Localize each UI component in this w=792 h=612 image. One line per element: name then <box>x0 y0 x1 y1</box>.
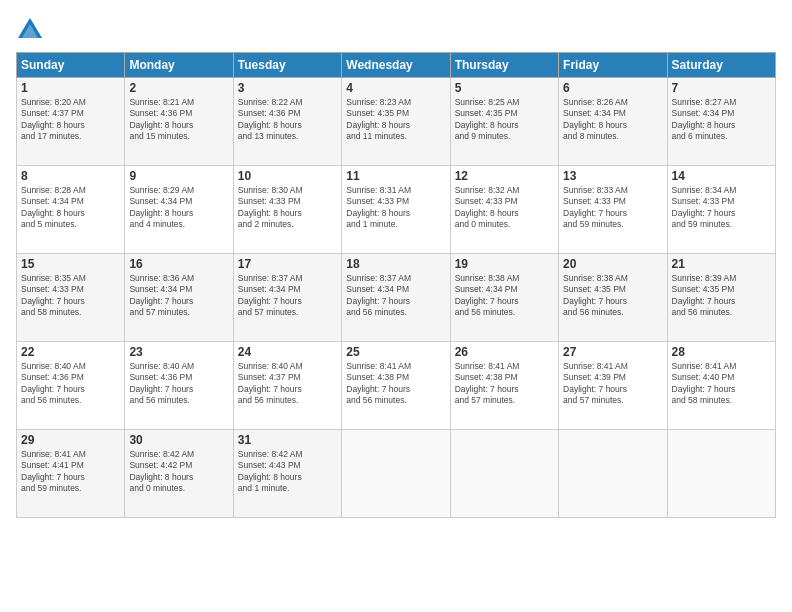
calendar-week-2: 8Sunrise: 8:28 AMSunset: 4:34 PMDaylight… <box>17 166 776 254</box>
day-header-monday: Monday <box>125 53 233 78</box>
day-number: 20 <box>563 257 662 271</box>
day-info: Sunrise: 8:27 AMSunset: 4:34 PMDaylight:… <box>672 97 771 143</box>
day-header-sunday: Sunday <box>17 53 125 78</box>
day-number: 8 <box>21 169 120 183</box>
day-number: 23 <box>129 345 228 359</box>
day-cell-26: 26Sunrise: 8:41 AMSunset: 4:38 PMDayligh… <box>450 342 558 430</box>
day-info: Sunrise: 8:34 AMSunset: 4:33 PMDaylight:… <box>672 185 771 231</box>
day-cell-4: 4Sunrise: 8:23 AMSunset: 4:35 PMDaylight… <box>342 78 450 166</box>
day-cell-30: 30Sunrise: 8:42 AMSunset: 4:42 PMDayligh… <box>125 430 233 518</box>
day-info: Sunrise: 8:32 AMSunset: 4:33 PMDaylight:… <box>455 185 554 231</box>
day-info: Sunrise: 8:29 AMSunset: 4:34 PMDaylight:… <box>129 185 228 231</box>
empty-cell <box>342 430 450 518</box>
day-info: Sunrise: 8:42 AMSunset: 4:43 PMDaylight:… <box>238 449 337 495</box>
day-number: 13 <box>563 169 662 183</box>
day-info: Sunrise: 8:22 AMSunset: 4:36 PMDaylight:… <box>238 97 337 143</box>
day-number: 16 <box>129 257 228 271</box>
day-info: Sunrise: 8:20 AMSunset: 4:37 PMDaylight:… <box>21 97 120 143</box>
day-header-friday: Friday <box>559 53 667 78</box>
day-cell-25: 25Sunrise: 8:41 AMSunset: 4:38 PMDayligh… <box>342 342 450 430</box>
day-info: Sunrise: 8:41 AMSunset: 4:38 PMDaylight:… <box>455 361 554 407</box>
empty-cell <box>450 430 558 518</box>
day-cell-31: 31Sunrise: 8:42 AMSunset: 4:43 PMDayligh… <box>233 430 341 518</box>
day-info: Sunrise: 8:37 AMSunset: 4:34 PMDaylight:… <box>346 273 445 319</box>
day-cell-2: 2Sunrise: 8:21 AMSunset: 4:36 PMDaylight… <box>125 78 233 166</box>
day-info: Sunrise: 8:40 AMSunset: 4:36 PMDaylight:… <box>21 361 120 407</box>
day-number: 1 <box>21 81 120 95</box>
day-info: Sunrise: 8:23 AMSunset: 4:35 PMDaylight:… <box>346 97 445 143</box>
day-number: 11 <box>346 169 445 183</box>
day-number: 4 <box>346 81 445 95</box>
calendar-week-5: 29Sunrise: 8:41 AMSunset: 4:41 PMDayligh… <box>17 430 776 518</box>
day-number: 17 <box>238 257 337 271</box>
day-number: 18 <box>346 257 445 271</box>
day-cell-12: 12Sunrise: 8:32 AMSunset: 4:33 PMDayligh… <box>450 166 558 254</box>
day-number: 27 <box>563 345 662 359</box>
day-info: Sunrise: 8:41 AMSunset: 4:38 PMDaylight:… <box>346 361 445 407</box>
day-info: Sunrise: 8:41 AMSunset: 4:39 PMDaylight:… <box>563 361 662 407</box>
day-number: 9 <box>129 169 228 183</box>
day-number: 29 <box>21 433 120 447</box>
day-cell-15: 15Sunrise: 8:35 AMSunset: 4:33 PMDayligh… <box>17 254 125 342</box>
day-info: Sunrise: 8:38 AMSunset: 4:34 PMDaylight:… <box>455 273 554 319</box>
day-number: 22 <box>21 345 120 359</box>
day-cell-24: 24Sunrise: 8:40 AMSunset: 4:37 PMDayligh… <box>233 342 341 430</box>
day-info: Sunrise: 8:41 AMSunset: 4:41 PMDaylight:… <box>21 449 120 495</box>
day-number: 25 <box>346 345 445 359</box>
day-cell-8: 8Sunrise: 8:28 AMSunset: 4:34 PMDaylight… <box>17 166 125 254</box>
day-header-tuesday: Tuesday <box>233 53 341 78</box>
day-info: Sunrise: 8:39 AMSunset: 4:35 PMDaylight:… <box>672 273 771 319</box>
day-cell-5: 5Sunrise: 8:25 AMSunset: 4:35 PMDaylight… <box>450 78 558 166</box>
day-number: 31 <box>238 433 337 447</box>
day-info: Sunrise: 8:35 AMSunset: 4:33 PMDaylight:… <box>21 273 120 319</box>
day-cell-9: 9Sunrise: 8:29 AMSunset: 4:34 PMDaylight… <box>125 166 233 254</box>
day-number: 7 <box>672 81 771 95</box>
day-info: Sunrise: 8:41 AMSunset: 4:40 PMDaylight:… <box>672 361 771 407</box>
day-cell-21: 21Sunrise: 8:39 AMSunset: 4:35 PMDayligh… <box>667 254 775 342</box>
day-cell-7: 7Sunrise: 8:27 AMSunset: 4:34 PMDaylight… <box>667 78 775 166</box>
day-info: Sunrise: 8:28 AMSunset: 4:34 PMDaylight:… <box>21 185 120 231</box>
day-cell-11: 11Sunrise: 8:31 AMSunset: 4:33 PMDayligh… <box>342 166 450 254</box>
day-number: 10 <box>238 169 337 183</box>
day-cell-19: 19Sunrise: 8:38 AMSunset: 4:34 PMDayligh… <box>450 254 558 342</box>
day-cell-16: 16Sunrise: 8:36 AMSunset: 4:34 PMDayligh… <box>125 254 233 342</box>
day-cell-17: 17Sunrise: 8:37 AMSunset: 4:34 PMDayligh… <box>233 254 341 342</box>
day-cell-14: 14Sunrise: 8:34 AMSunset: 4:33 PMDayligh… <box>667 166 775 254</box>
day-number: 26 <box>455 345 554 359</box>
day-info: Sunrise: 8:25 AMSunset: 4:35 PMDaylight:… <box>455 97 554 143</box>
day-info: Sunrise: 8:38 AMSunset: 4:35 PMDaylight:… <box>563 273 662 319</box>
day-number: 6 <box>563 81 662 95</box>
empty-cell <box>667 430 775 518</box>
day-info: Sunrise: 8:40 AMSunset: 4:36 PMDaylight:… <box>129 361 228 407</box>
day-number: 28 <box>672 345 771 359</box>
header <box>16 16 776 44</box>
day-header-wednesday: Wednesday <box>342 53 450 78</box>
day-number: 21 <box>672 257 771 271</box>
day-number: 12 <box>455 169 554 183</box>
day-info: Sunrise: 8:26 AMSunset: 4:34 PMDaylight:… <box>563 97 662 143</box>
day-info: Sunrise: 8:40 AMSunset: 4:37 PMDaylight:… <box>238 361 337 407</box>
day-header-saturday: Saturday <box>667 53 775 78</box>
day-cell-20: 20Sunrise: 8:38 AMSunset: 4:35 PMDayligh… <box>559 254 667 342</box>
day-info: Sunrise: 8:33 AMSunset: 4:33 PMDaylight:… <box>563 185 662 231</box>
day-cell-28: 28Sunrise: 8:41 AMSunset: 4:40 PMDayligh… <box>667 342 775 430</box>
day-number: 19 <box>455 257 554 271</box>
day-cell-18: 18Sunrise: 8:37 AMSunset: 4:34 PMDayligh… <box>342 254 450 342</box>
day-info: Sunrise: 8:30 AMSunset: 4:33 PMDaylight:… <box>238 185 337 231</box>
day-cell-22: 22Sunrise: 8:40 AMSunset: 4:36 PMDayligh… <box>17 342 125 430</box>
day-number: 5 <box>455 81 554 95</box>
day-info: Sunrise: 8:42 AMSunset: 4:42 PMDaylight:… <box>129 449 228 495</box>
calendar-week-3: 15Sunrise: 8:35 AMSunset: 4:33 PMDayligh… <box>17 254 776 342</box>
day-cell-10: 10Sunrise: 8:30 AMSunset: 4:33 PMDayligh… <box>233 166 341 254</box>
logo-icon <box>16 16 44 44</box>
day-info: Sunrise: 8:37 AMSunset: 4:34 PMDaylight:… <box>238 273 337 319</box>
day-cell-29: 29Sunrise: 8:41 AMSunset: 4:41 PMDayligh… <box>17 430 125 518</box>
day-cell-13: 13Sunrise: 8:33 AMSunset: 4:33 PMDayligh… <box>559 166 667 254</box>
day-cell-23: 23Sunrise: 8:40 AMSunset: 4:36 PMDayligh… <box>125 342 233 430</box>
logo <box>16 16 50 44</box>
day-info: Sunrise: 8:31 AMSunset: 4:33 PMDaylight:… <box>346 185 445 231</box>
calendar-week-4: 22Sunrise: 8:40 AMSunset: 4:36 PMDayligh… <box>17 342 776 430</box>
day-number: 3 <box>238 81 337 95</box>
day-info: Sunrise: 8:21 AMSunset: 4:36 PMDaylight:… <box>129 97 228 143</box>
day-number: 14 <box>672 169 771 183</box>
